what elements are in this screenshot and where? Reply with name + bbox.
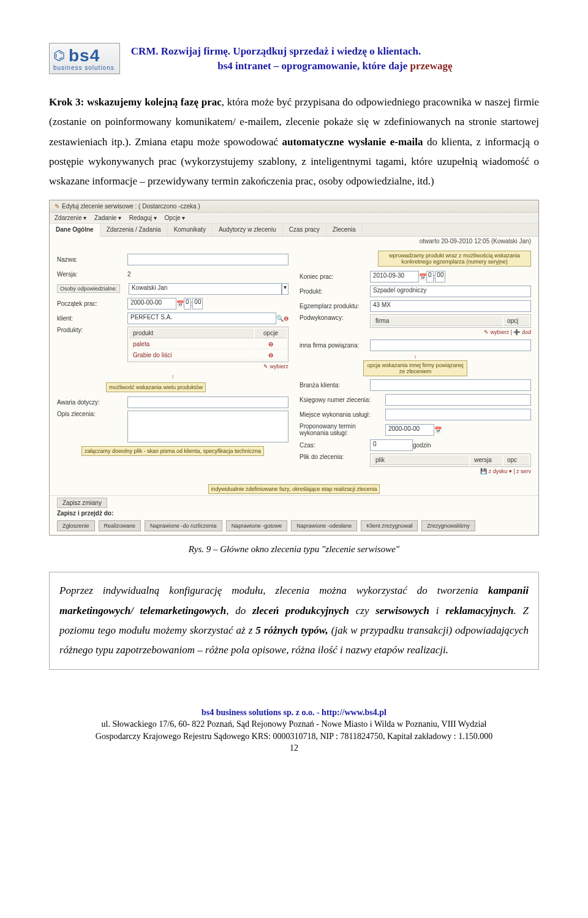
unit-godzin: godzin	[413, 442, 431, 449]
label-ksiegowy: Księgowy numer zlecenia:	[300, 396, 385, 403]
menu-zdarzenie[interactable]: Zdarzenie ▾	[55, 214, 86, 221]
select-koniec-m[interactable]: 00	[435, 271, 445, 283]
select-poczatek-h[interactable]: 0	[184, 298, 191, 309]
footer-address-2: Gospodarczy Krajowego Rejestru Sądowego …	[49, 730, 539, 743]
col-plik: plik	[372, 455, 469, 465]
input-produkt[interactable]: Szpadel ogrodniczy	[370, 286, 531, 297]
tab-zlecenia[interactable]: Zlecenia	[326, 224, 363, 236]
link-wybierz-dod[interactable]: ✎ wybierz | ➕ dod	[370, 328, 531, 336]
input-ksiegowy[interactable]	[385, 394, 531, 406]
header-line-1: CRM. Rozwijaj firmę. Uporządkuj sprzedaż…	[131, 45, 539, 58]
header-line-2: bs4 intranet – oprogramowanie, które daj…	[131, 60, 539, 72]
input-awaria[interactable]	[127, 396, 288, 408]
label-koniec: Koniec prac:	[300, 273, 370, 280]
input-proponowany[interactable]: 2000-00-00	[385, 424, 434, 436]
table-produkty: produktopcje paleta⊖ Grabie do liści⊖	[127, 327, 288, 362]
tabs: Dane Ogólne Zdarzenia / Zadania Komunika…	[50, 224, 538, 237]
logo: ⌬ bs4 business solutions	[49, 43, 120, 74]
label-nazwa: Nazwa:	[57, 256, 127, 263]
button-osoby[interactable]: Osoby odpowiedzialne:	[57, 284, 120, 293]
input-inna-firma[interactable]	[370, 340, 531, 351]
label-poczatek: Początek prac:	[57, 300, 127, 307]
callout-attach: załączamy dowolny plik - skan pisma od k…	[81, 446, 264, 456]
input-poczatek-date[interactable]: 2000-00-00	[127, 298, 176, 309]
footer-area: Zapisz zmiany Zapisz i przejdź do: Zgłos…	[50, 495, 538, 535]
textarea-opis[interactable]	[127, 411, 288, 442]
header-link: przewagę	[410, 60, 453, 72]
input-nazwa[interactable]	[127, 254, 288, 265]
dropdown-osoby[interactable]: ▾	[282, 283, 288, 295]
stage-realizowane[interactable]: Realizowane	[99, 520, 141, 531]
table-plik: plikwersjaopc	[370, 453, 531, 467]
form-area: Nazwa: Wersja:2 Osoby odpowiedzialne:Kow…	[50, 246, 538, 483]
col-produkt: produkt	[129, 328, 254, 338]
tab-czas-pracy[interactable]: Czas pracy	[283, 224, 326, 236]
page-number: 12	[49, 742, 539, 754]
clear-klient-icon[interactable]: ⊖	[284, 315, 288, 322]
input-egzemplarz[interactable]: 43 MX	[370, 300, 531, 312]
callout-inna-firma: opcja wskazania innej firmy powiązanej z…	[363, 360, 467, 376]
row-grabie[interactable]: Grabie do liści	[129, 351, 254, 360]
logo-text: bs4	[69, 46, 100, 66]
callout-produkt: wprowadzamy produkt wraz z możliwością w…	[378, 251, 531, 267]
label-inna-firma: inna firma powiązana:	[300, 342, 370, 349]
config-box: Poprzez indywidualną konfigurację modułu…	[49, 572, 539, 669]
select-koniec-h[interactable]: 0	[426, 271, 434, 283]
stage-zgloszenie[interactable]: Zgłoszenie	[57, 520, 95, 531]
label-awaria: Awaria dotyczy:	[57, 399, 127, 406]
delete-icon[interactable]: ⊖	[268, 352, 273, 358]
input-czas[interactable]: 0	[370, 439, 413, 451]
label-podwykonawcy: Podwykonawcy:	[300, 314, 370, 321]
footer-address-1: ul. Słowackiego 17/6, 60- 822 Poznań, Są…	[49, 718, 539, 730]
label-plik: Plik do zlecenia:	[300, 453, 370, 460]
menu-opcje[interactable]: Opcje ▾	[165, 214, 186, 221]
tab-komunikaty[interactable]: Komunikaty	[168, 224, 213, 236]
stage-do-rozliczenia[interactable]: Naprawione -do rozliczenia	[145, 520, 222, 531]
calendar-icon[interactable]: 📅	[176, 300, 184, 307]
logo-subtitle: business solutions	[53, 64, 115, 71]
page-footer: bs4 business solutions sp. z o.o. - http…	[49, 707, 539, 754]
input-klient[interactable]: PERFECT S.A.	[127, 313, 276, 324]
app-screenshot: ✎Edytuj zlecenie serwisowe : ( Dostarczo…	[49, 200, 539, 536]
doc-header: ⌬ bs4 business solutions CRM. Rozwijaj f…	[49, 43, 539, 74]
stage-zrezygnowalismy[interactable]: Zrezygnowaliśmy	[421, 520, 475, 531]
window-title: ✎Edytuj zlecenie serwisowe : ( Dostarczo…	[50, 200, 538, 213]
stage-gotowe[interactable]: Naprawione -gotowe	[226, 520, 288, 531]
tab-audytorzy[interactable]: Audytorzy w zleceniu	[213, 224, 283, 236]
label-opis: Opis zlecenia:	[57, 411, 127, 417]
tab-dane-ogolne[interactable]: Dane Ogólne	[50, 224, 100, 237]
stage-klient-zrezygnowal[interactable]: Klient zrezygnował	[361, 520, 418, 531]
select-poczatek-m[interactable]: 00	[192, 298, 203, 309]
col-firma: firma	[372, 316, 502, 326]
footer-company: bs4 business solutions sp. z o.o. - http…	[49, 707, 539, 719]
menu-zadanie[interactable]: Zadanie ▾	[94, 214, 121, 221]
col-opcje: opcje	[255, 328, 287, 338]
label-czas: Czas:	[300, 442, 370, 449]
label-egzemplarz: Egzemplarz produktu:	[300, 303, 370, 309]
calendar-icon[interactable]: 📅	[419, 273, 426, 280]
callout-stages: indywidualnie zdefiniowane fazy, określa…	[208, 484, 380, 494]
input-miejsce[interactable]	[385, 409, 531, 420]
input-branza[interactable]	[370, 379, 531, 391]
link-wybierz[interactable]: ✎ wybierz	[263, 363, 288, 370]
figure-caption: Rys. 9 – Główne okno zlecenia typu "zlec…	[49, 544, 539, 555]
stage-row: Zgłoszenie Realizowane Naprawione -do ro…	[57, 520, 531, 531]
calendar-icon[interactable]: 📅	[434, 427, 442, 433]
logo-icon: ⌬	[53, 48, 65, 64]
save-button[interactable]: Zapisz zmiany	[57, 498, 107, 508]
label-produkt: Produkt:	[300, 288, 370, 295]
col-opcj: opcj	[503, 316, 529, 326]
stage-odeslane[interactable]: Naprawione -odesłane	[291, 520, 357, 531]
arrow-up-icon: ↑	[414, 354, 417, 360]
row-paleta[interactable]: paleta	[129, 340, 254, 349]
input-koniec-date[interactable]: 2010-09-30	[370, 271, 419, 283]
label-produkty: Produkty:	[57, 327, 127, 333]
search-icon[interactable]: 🔍	[276, 315, 284, 322]
paragraph-1: Krok 3: wskazujemy kolejną fazę prac, kt…	[49, 93, 539, 191]
delete-icon[interactable]: ⊖	[268, 341, 273, 347]
tab-zdarzenia[interactable]: Zdarzenia / Zadania	[100, 224, 168, 236]
input-osoby[interactable]: Kowalski Jan	[129, 283, 282, 295]
link-z-dysku[interactable]: 💾 z dysku ▾ | z serv	[370, 467, 531, 476]
label-branza: Branża klienta:	[300, 382, 370, 389]
menu-redaguj[interactable]: Redaguj ▾	[129, 214, 157, 221]
